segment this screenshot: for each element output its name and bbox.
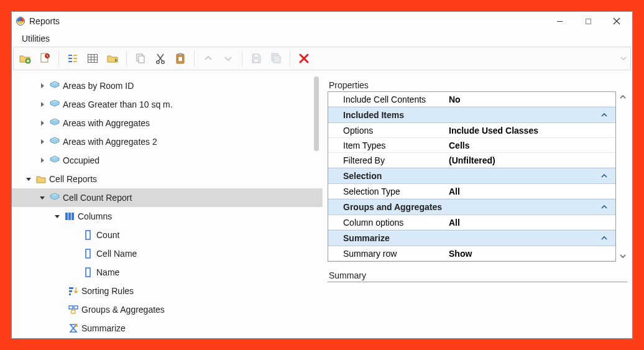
menubar: Utilities (12, 30, 632, 47)
prop-row-options[interactable]: Options Include Used Classes (328, 123, 615, 138)
tree-item-areas-aggregates-2[interactable]: Areas with Aggregates 2 (12, 132, 323, 151)
window-title: Reports (29, 16, 60, 26)
tree-item-areas-gt-10[interactable]: Areas Greater than 10 sq m. (12, 95, 323, 114)
tree-scrollbar[interactable] (314, 76, 319, 151)
expand-icon[interactable] (38, 119, 47, 127)
prop-key: Options (343, 126, 449, 136)
report-icon (49, 80, 60, 91)
prop-row-summary-row[interactable]: Summary row Show (328, 246, 615, 261)
scroll-up-icon[interactable] (619, 93, 627, 101)
section-title: Groups and Aggregates (343, 202, 442, 212)
svg-rect-14 (88, 55, 98, 63)
svg-rect-36 (86, 249, 90, 258)
tree-item-col-count[interactable]: Count (12, 226, 323, 244)
prop-value: No (449, 94, 461, 104)
expand-icon[interactable] (38, 81, 47, 90)
results-table-button[interactable] (84, 50, 101, 67)
tree-item-summarize[interactable]: Summarize (12, 319, 323, 338)
svg-point-24 (162, 61, 165, 64)
prop-key: Filtered By (343, 155, 449, 165)
tree-item-cell-count-report[interactable]: Cell Count Report (12, 188, 323, 207)
maximize-button[interactable] (574, 12, 602, 30)
chevron-up-icon[interactable] (600, 234, 609, 242)
svg-rect-34 (71, 213, 74, 220)
titlebar: Reports (12, 12, 632, 30)
properties-label: Properties (329, 80, 627, 90)
properties-button[interactable] (64, 50, 81, 67)
menu-utilities[interactable]: Utilities (17, 32, 55, 45)
prop-row-filtered-by[interactable]: Filtered By (Unfiltered) (328, 153, 615, 168)
report-icon (49, 117, 60, 129)
properties-grid[interactable]: Include Cell Contents No Included Items … (328, 91, 616, 262)
expand-icon[interactable] (38, 156, 47, 165)
tree-panel: Areas by Room ID Areas Greater than 10 s… (12, 73, 323, 338)
tree-item-col-cell-name[interactable]: Cell Name (12, 244, 323, 263)
tree-item-label: Summarize (81, 323, 126, 333)
toolbar-overflow-icon[interactable] (620, 53, 627, 63)
tree-item-label: Columns (78, 211, 112, 221)
tree-item-occupied[interactable]: Occupied (12, 151, 323, 170)
save-all-button[interactable] (267, 50, 285, 67)
summary-box (328, 282, 627, 283)
collapse-icon[interactable] (53, 212, 62, 221)
sort-icon (68, 285, 79, 297)
svg-rect-32 (65, 213, 68, 220)
svg-rect-2 (586, 19, 591, 24)
tree-item-label: Areas Greater than 10 sq m. (63, 99, 173, 109)
tree-item-sorting-rules[interactable]: Sorting Rules (12, 282, 323, 300)
svg-rect-9 (73, 55, 77, 56)
report-icon (49, 155, 60, 166)
svg-rect-38 (69, 287, 73, 289)
tree-item-label: Count (96, 230, 119, 240)
scroll-down-icon[interactable] (619, 252, 627, 260)
prop-key: Selection Type (343, 187, 449, 196)
new-report-button[interactable] (36, 50, 53, 67)
move-down-button[interactable] (219, 50, 237, 67)
svg-rect-27 (178, 57, 183, 62)
svg-rect-33 (68, 213, 71, 220)
report-icon (49, 99, 60, 110)
report-tree[interactable]: Areas by Room ID Areas Greater than 10 s… (12, 73, 323, 338)
tree-item-groups-aggregates[interactable]: Groups & Aggregates (12, 300, 323, 319)
chevron-up-icon[interactable] (600, 203, 609, 211)
close-button[interactable] (602, 12, 631, 30)
section-title: Selection (343, 171, 382, 181)
new-folder-button[interactable] (16, 50, 34, 67)
svg-rect-39 (69, 290, 72, 292)
tree-item-label: Cell Count Report (63, 193, 132, 203)
minimize-button[interactable] (545, 12, 574, 30)
section-included-items[interactable]: Included Items (328, 107, 615, 123)
paste-button[interactable] (172, 50, 189, 67)
move-up-button[interactable] (200, 50, 217, 67)
svg-rect-12 (68, 61, 72, 62)
save-button[interactable] (247, 50, 265, 67)
prop-row-selection-type[interactable]: Selection Type All (328, 184, 615, 199)
chevron-up-icon[interactable] (600, 172, 609, 180)
delete-button[interactable] (295, 50, 313, 67)
column-icon (83, 248, 94, 259)
collapse-icon[interactable] (24, 175, 33, 183)
prop-row-column-options[interactable]: Column options All (328, 215, 615, 230)
chevron-up-icon[interactable] (600, 111, 609, 119)
section-summarize[interactable]: Summarize (328, 230, 615, 246)
properties-scrollbar[interactable] (616, 91, 627, 262)
prop-row-item-types[interactable]: Item Types Cells (328, 138, 615, 153)
prop-row-include-cell-contents[interactable]: Include Cell Contents No (328, 92, 615, 107)
section-title: Included Items (343, 110, 404, 120)
tree-item-areas-by-room-id[interactable]: Areas by Room ID (12, 76, 323, 95)
tree-item-col-name[interactable]: Name (12, 263, 323, 282)
section-selection[interactable]: Selection (328, 168, 615, 184)
copy-button[interactable] (132, 50, 149, 67)
svg-rect-42 (74, 306, 78, 309)
export-button[interactable] (104, 50, 121, 67)
tree-item-cell-reports[interactable]: Cell Reports (12, 170, 323, 188)
expand-icon[interactable] (38, 137, 47, 146)
svg-rect-29 (254, 59, 259, 62)
main-split: Areas by Room ID Areas Greater than 10 s… (12, 73, 632, 338)
tree-item-columns[interactable]: Columns (12, 207, 323, 226)
expand-icon[interactable] (38, 100, 47, 109)
section-groups-aggregates[interactable]: Groups and Aggregates (328, 199, 615, 215)
tree-item-areas-aggregates[interactable]: Areas with Aggregates (12, 114, 323, 132)
collapse-icon[interactable] (38, 193, 47, 202)
cut-button[interactable] (152, 50, 169, 67)
